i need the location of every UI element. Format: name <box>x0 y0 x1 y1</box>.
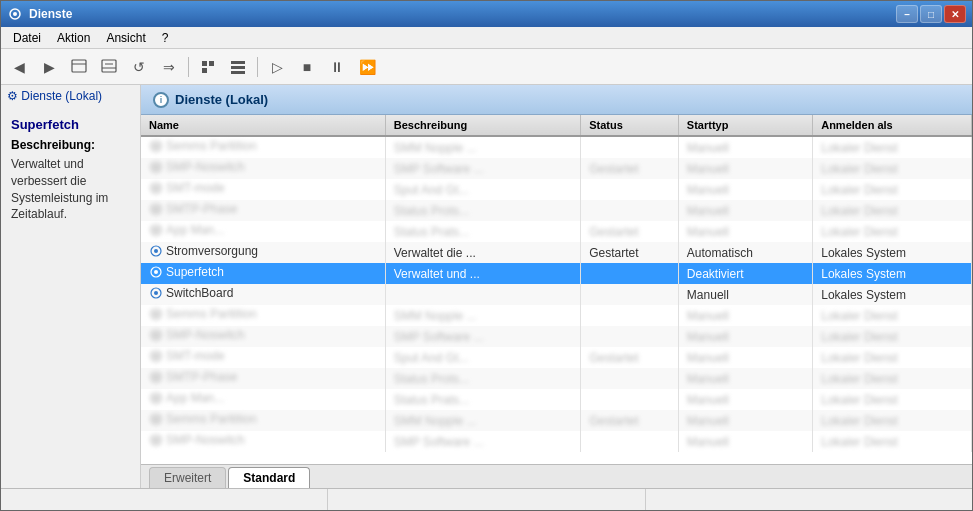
menu-help[interactable]: ? <box>154 29 177 47</box>
services-table-container[interactable]: Name Beschreibung Status Starttyp Anmeld… <box>141 115 972 464</box>
export-button[interactable]: ⇒ <box>155 54 183 80</box>
table-row[interactable]: Semms Paritition SMM Nopple ... Manuell … <box>141 305 972 326</box>
col-desc[interactable]: Beschreibung <box>385 115 580 136</box>
svg-rect-8 <box>209 61 214 66</box>
svg-point-42 <box>154 438 158 442</box>
left-panel-label: Dienste (Lokal) <box>21 89 102 103</box>
svg-rect-10 <box>231 61 245 64</box>
col-starttype[interactable]: Starttyp <box>678 115 812 136</box>
svg-rect-4 <box>102 60 116 72</box>
service-info-desc-text: Verwaltet und verbessert die Systemleist… <box>11 156 130 223</box>
title-bar: Dienste – □ ✕ <box>1 1 972 27</box>
svg-point-20 <box>154 207 158 211</box>
resume-button[interactable]: ⏩ <box>353 54 381 80</box>
status-bar <box>1 488 972 510</box>
svg-rect-12 <box>231 71 245 74</box>
svg-point-1 <box>13 12 17 16</box>
table-row[interactable]: SMTP-Phase Status Prots... Manuell Lokal… <box>141 368 972 389</box>
table-row[interactable]: Superfetch Verwaltet und ... Deaktiviert… <box>141 263 972 284</box>
tab-standard[interactable]: Standard <box>228 467 310 488</box>
service-info-title: Superfetch <box>11 117 130 132</box>
service-info-desc-label: Beschreibung: <box>11 138 130 152</box>
svg-point-26 <box>154 270 158 274</box>
col-status[interactable]: Status <box>581 115 679 136</box>
minimize-button[interactable]: – <box>896 5 918 23</box>
svg-point-14 <box>154 144 158 148</box>
menu-datei[interactable]: Datei <box>5 29 49 47</box>
menu-aktion[interactable]: Aktion <box>49 29 98 47</box>
tab-bar: Erweitert Standard <box>141 464 972 488</box>
table-row[interactable]: SMT-mode Sput And Gt... Gestartet Manuel… <box>141 347 972 368</box>
window-controls: – □ ✕ <box>896 5 966 23</box>
svg-point-16 <box>154 165 158 169</box>
left-panel-dienste[interactable]: ⚙ Dienste (Lokal) <box>1 85 140 107</box>
stop-button[interactable]: ■ <box>293 54 321 80</box>
table-row[interactable]: Semms Paritition SMM Nopple ... Manuell … <box>141 136 972 158</box>
toolbar-sep-1 <box>188 57 189 77</box>
svg-point-34 <box>154 354 158 358</box>
forward-button[interactable]: ▶ <box>35 54 63 80</box>
window-icon <box>7 6 23 22</box>
svg-point-32 <box>154 333 158 337</box>
svg-point-22 <box>154 228 158 232</box>
svg-rect-7 <box>202 61 207 66</box>
panel-header: i Dienste (Lokal) <box>141 85 972 115</box>
show-console-button[interactable] <box>65 54 93 80</box>
hide-console-button[interactable] <box>95 54 123 80</box>
toolbar-sep-2 <box>257 57 258 77</box>
svg-rect-2 <box>72 60 86 72</box>
properties-button[interactable] <box>194 54 222 80</box>
window-title: Dienste <box>29 7 896 21</box>
svg-point-28 <box>154 291 158 295</box>
pause-button[interactable]: ⏸ <box>323 54 351 80</box>
svg-point-18 <box>154 186 158 190</box>
toolbar: ◀ ▶ ↺ ⇒ ▷ ■ ⏸ ⏩ <box>1 49 972 85</box>
gear-icon: ⚙ <box>7 89 18 103</box>
svg-point-24 <box>154 249 158 253</box>
table-row[interactable]: SwitchBoard Manuell Lokales System <box>141 284 972 305</box>
table-row[interactable]: Stromversorgung Verwaltet die ... Gestar… <box>141 242 972 263</box>
table-row[interactable]: Semms Paritition SMM Nopple ... Gestarte… <box>141 410 972 431</box>
back-button[interactable]: ◀ <box>5 54 33 80</box>
panel-header-title: Dienste (Lokal) <box>175 92 268 107</box>
col-logon[interactable]: Anmelden als <box>813 115 972 136</box>
svg-point-36 <box>154 375 158 379</box>
svg-point-38 <box>154 396 158 400</box>
service-info-panel: Superfetch Beschreibung: Verwaltet und v… <box>1 107 140 233</box>
table-row[interactable]: SMP-Noswitch SMP Software ... Manuell Lo… <box>141 326 972 347</box>
svg-rect-9 <box>202 68 207 73</box>
table-header-row: Name Beschreibung Status Starttyp Anmeld… <box>141 115 972 136</box>
right-panel: i Dienste (Lokal) Name Beschreibung Stat… <box>141 85 972 488</box>
maximize-button[interactable]: □ <box>920 5 942 23</box>
status-section-3 <box>646 489 964 510</box>
table-row[interactable]: App Man... Status Prats... Gestartet Man… <box>141 221 972 242</box>
menu-bar: Datei Aktion Ansicht ? <box>1 27 972 49</box>
svg-point-30 <box>154 312 158 316</box>
main-window: Dienste – □ ✕ Datei Aktion Ansicht ? ◀ ▶… <box>0 0 973 511</box>
menu-ansicht[interactable]: Ansicht <box>98 29 153 47</box>
table-row[interactable]: SMP-Noswitch SMP Software ... Gestartet … <box>141 158 972 179</box>
status-section-1 <box>9 489 328 510</box>
start-button[interactable]: ▷ <box>263 54 291 80</box>
table-row[interactable]: SMTP-Phase Status Prots... Manuell Lokal… <box>141 200 972 221</box>
svg-rect-11 <box>231 66 245 69</box>
table-row[interactable]: SMT-mode Sput And Gt... Manuell Lokaler … <box>141 179 972 200</box>
services-table: Name Beschreibung Status Starttyp Anmeld… <box>141 115 972 452</box>
svg-point-40 <box>154 417 158 421</box>
table-row[interactable]: App Man... Status Prats... Manuell Lokal… <box>141 389 972 410</box>
tab-erweitert[interactable]: Erweitert <box>149 467 226 488</box>
status-section-2 <box>328 489 647 510</box>
list-button[interactable] <box>224 54 252 80</box>
col-name[interactable]: Name <box>141 115 385 136</box>
refresh-button[interactable]: ↺ <box>125 54 153 80</box>
close-button[interactable]: ✕ <box>944 5 966 23</box>
left-panel: ⚙ Dienste (Lokal) Superfetch Beschreibun… <box>1 85 141 488</box>
table-row[interactable]: SMP-Noswitch SMP Software ... Manuell Lo… <box>141 431 972 452</box>
main-content: ⚙ Dienste (Lokal) Superfetch Beschreibun… <box>1 85 972 488</box>
panel-header-icon: i <box>153 92 169 108</box>
